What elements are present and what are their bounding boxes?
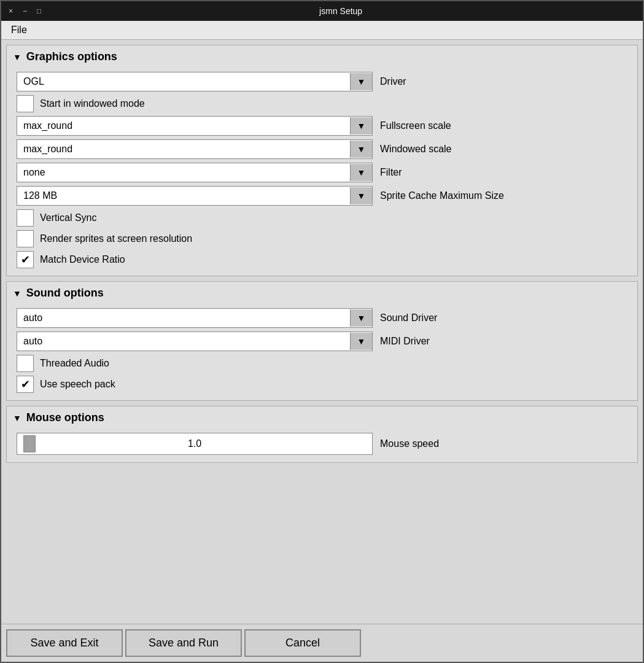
- driver-label: Driver: [380, 76, 406, 87]
- midi-driver-row: auto ▼ MIDI Driver: [17, 332, 627, 351]
- slider-track[interactable]: 1.0: [17, 433, 372, 454]
- windowed-mode-checkbox[interactable]: [17, 95, 34, 112]
- filter-row: none ▼ Filter: [17, 163, 627, 182]
- window-controls: × − □: [6, 7, 44, 15]
- sound-driver-dropdown-btn[interactable]: ▼: [350, 309, 372, 327]
- windowed-mode-row: Start in windowed mode: [17, 95, 627, 112]
- windowed-scale-label: Windowed scale: [380, 144, 452, 155]
- mouse-section-header[interactable]: ▼ Mouse options: [7, 406, 637, 429]
- speech-pack-checkbox[interactable]: ✔: [17, 376, 34, 393]
- sprite-cache-select[interactable]: 128 MB ▼: [17, 186, 373, 206]
- graphics-section-title: Graphics options: [26, 50, 117, 63]
- windowed-scale-value: max_round: [17, 140, 350, 158]
- graphics-section-body: OGL ▼ Driver Start in windowed mode max_…: [7, 68, 637, 276]
- main-window: × − □ jsmn Setup File ▼ Graphics options…: [0, 0, 644, 663]
- footer: Save and Exit Save and Run Cancel: [1, 624, 643, 662]
- windowed-mode-label: Start in windowed mode: [40, 98, 145, 109]
- fullscreen-scale-select[interactable]: max_round ▼: [17, 116, 373, 136]
- render-sprites-row: Render sprites at screen resolution: [17, 230, 627, 247]
- threaded-audio-row: Threaded Audio: [17, 355, 627, 372]
- vsync-label: Vertical Sync: [40, 212, 96, 223]
- sprite-cache-dropdown-btn[interactable]: ▼: [350, 187, 372, 204]
- sound-driver-value: auto: [17, 309, 350, 327]
- sound-driver-label: Sound Driver: [380, 312, 437, 324]
- graphics-arrow-icon: ▼: [13, 52, 21, 62]
- match-device-ratio-row: ✔ Match Device Ratio: [17, 251, 627, 268]
- windowed-scale-row: max_round ▼ Windowed scale: [17, 139, 627, 159]
- sound-section-header[interactable]: ▼ Sound options: [7, 282, 637, 304]
- mouse-speed-slider[interactable]: 1.0: [17, 433, 373, 455]
- fullscreen-scale-dropdown-btn[interactable]: ▼: [350, 117, 372, 134]
- sound-section-title: Sound options: [26, 287, 104, 300]
- sound-arrow-icon: ▼: [13, 289, 21, 298]
- render-sprites-label: Render sprites at screen resolution: [40, 233, 192, 244]
- mouse-arrow-icon: ▼: [13, 413, 21, 423]
- sprite-cache-value: 128 MB: [17, 187, 350, 205]
- slider-value-display: 1.0: [17, 438, 372, 449]
- fullscreen-scale-row: max_round ▼ Fullscreen scale: [17, 116, 627, 136]
- windowed-scale-dropdown-btn[interactable]: ▼: [350, 141, 372, 158]
- content-area: ▼ Graphics options OGL ▼ Driver Start in…: [1, 40, 643, 624]
- slider-thumb[interactable]: [23, 435, 36, 452]
- sprite-cache-row: 128 MB ▼ Sprite Cache Maximum Size: [17, 186, 627, 206]
- sound-driver-row: auto ▼ Sound Driver: [17, 308, 627, 328]
- match-device-ratio-label: Match Device Ratio: [40, 254, 125, 265]
- close-button[interactable]: ×: [6, 7, 15, 15]
- menubar: File: [1, 21, 643, 40]
- driver-dropdown-btn[interactable]: ▼: [350, 73, 372, 90]
- sound-section: ▼ Sound options auto ▼ Sound Driver auto: [6, 281, 638, 401]
- render-sprites-checkbox[interactable]: [17, 230, 34, 247]
- midi-driver-value: auto: [17, 332, 350, 351]
- mouse-section-title: Mouse options: [26, 411, 104, 424]
- graphics-section-header[interactable]: ▼ Graphics options: [7, 45, 637, 68]
- file-menu[interactable]: File: [6, 23, 32, 37]
- save-exit-button[interactable]: Save and Exit: [6, 629, 123, 657]
- filter-select[interactable]: none ▼: [17, 163, 373, 182]
- driver-row: OGL ▼ Driver: [17, 72, 627, 91]
- titlebar: × − □ jsmn Setup: [1, 1, 643, 21]
- mouse-section: ▼ Mouse options 1.0 Mouse speed: [6, 406, 638, 463]
- midi-driver-dropdown-btn[interactable]: ▼: [350, 333, 372, 350]
- window-title: jsmn Setup: [44, 6, 638, 16]
- driver-select[interactable]: OGL ▼: [17, 72, 373, 91]
- fullscreen-scale-value: max_round: [17, 117, 350, 135]
- sprite-cache-label: Sprite Cache Maximum Size: [380, 190, 504, 201]
- sound-driver-select[interactable]: auto ▼: [17, 308, 373, 328]
- midi-driver-label: MIDI Driver: [380, 336, 430, 347]
- vsync-row: Vertical Sync: [17, 209, 627, 227]
- vsync-checkbox[interactable]: [17, 209, 34, 227]
- filter-value: none: [17, 163, 350, 182]
- maximize-button[interactable]: □: [34, 7, 44, 15]
- match-device-ratio-checkbox[interactable]: ✔: [17, 251, 34, 268]
- mouse-speed-row: 1.0 Mouse speed: [17, 433, 627, 455]
- filter-dropdown-btn[interactable]: ▼: [350, 164, 372, 181]
- save-run-button[interactable]: Save and Run: [125, 629, 242, 657]
- mouse-section-body: 1.0 Mouse speed: [7, 429, 637, 462]
- windowed-scale-select[interactable]: max_round ▼: [17, 139, 373, 159]
- threaded-audio-checkbox[interactable]: [17, 355, 34, 372]
- graphics-section: ▼ Graphics options OGL ▼ Driver Start in…: [6, 45, 638, 276]
- fullscreen-scale-label: Fullscreen scale: [380, 120, 451, 131]
- mouse-speed-label: Mouse speed: [380, 438, 439, 449]
- speech-pack-row: ✔ Use speech pack: [17, 376, 627, 393]
- sound-section-body: auto ▼ Sound Driver auto ▼ MIDI Driver: [7, 304, 637, 400]
- speech-pack-label: Use speech pack: [40, 379, 115, 390]
- cancel-button[interactable]: Cancel: [244, 629, 361, 657]
- minimize-button[interactable]: −: [20, 7, 29, 15]
- filter-label: Filter: [380, 167, 402, 178]
- threaded-audio-label: Threaded Audio: [40, 358, 109, 369]
- driver-value: OGL: [17, 72, 350, 91]
- midi-driver-select[interactable]: auto ▼: [17, 332, 373, 351]
